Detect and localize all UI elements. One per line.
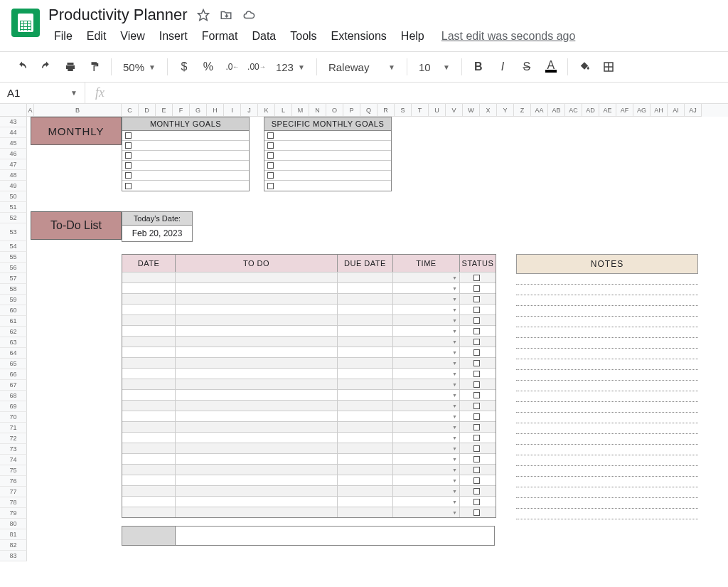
col-header-I[interactable]: I [224, 104, 241, 117]
col-header-AI[interactable]: AI [668, 104, 685, 117]
dropdown-icon[interactable]: ▼ [452, 467, 457, 472]
todo-cell[interactable] [176, 273, 338, 282]
todo-cell[interactable] [122, 507, 176, 517]
currency-button[interactable]: $ [173, 56, 195, 78]
notes-line[interactable] [516, 306, 698, 317]
col-header-X[interactable]: X [480, 104, 497, 117]
col-header-J[interactable]: J [241, 104, 258, 117]
spreadsheet[interactable]: ABCDEFGHIJKLMNOPQRSTUVWXYZAAABACADAEAFAG… [0, 104, 728, 566]
dropdown-icon[interactable]: ▼ [452, 425, 457, 430]
todo-cell[interactable] [176, 347, 338, 357]
col-header-M[interactable]: M [292, 104, 309, 117]
todo-cell[interactable] [176, 379, 338, 389]
todo-cell[interactable]: ▼ [393, 401, 460, 411]
todo-cell[interactable] [176, 465, 338, 475]
todo-cell[interactable] [122, 273, 176, 282]
todo-cell[interactable] [176, 475, 338, 485]
todo-cell[interactable] [338, 465, 393, 475]
todo-cell[interactable] [460, 507, 496, 517]
todo-cell[interactable] [460, 465, 496, 475]
todo-cell[interactable] [338, 326, 393, 336]
goal-row[interactable] [264, 171, 391, 181]
checkbox-icon[interactable] [473, 285, 480, 292]
row-header-81[interactable]: 81 [0, 529, 27, 540]
col-header-AA[interactable]: AA [531, 104, 548, 117]
dropdown-icon[interactable]: ▼ [452, 393, 457, 398]
dropdown-icon[interactable]: ▼ [452, 350, 457, 355]
todo-cell[interactable] [122, 294, 176, 304]
notes-line[interactable] [516, 487, 698, 498]
todo-cell[interactable] [338, 454, 393, 464]
todo-cell[interactable] [460, 283, 496, 293]
zoom-select[interactable]: 50%▼ [117, 61, 161, 73]
todo-cell[interactable]: ▼ [393, 379, 460, 389]
todo-cell[interactable] [176, 315, 338, 325]
todo-row[interactable]: ▼ [122, 304, 496, 314]
move-folder-icon[interactable] [219, 8, 233, 22]
fill-color-button[interactable] [574, 56, 595, 78]
row-header-59[interactable]: 59 [0, 295, 27, 305]
goal-row[interactable] [122, 181, 249, 191]
checkbox-icon[interactable] [473, 467, 480, 473]
paint-format-button[interactable] [84, 56, 105, 78]
dropdown-icon[interactable]: ▼ [452, 339, 457, 344]
todo-cell[interactable] [122, 283, 176, 293]
goal-row[interactable] [122, 161, 249, 171]
row-header-75[interactable]: 75 [0, 465, 27, 476]
todo-row[interactable]: ▼ [122, 443, 496, 453]
col-header-S[interactable]: S [395, 104, 412, 117]
todo-row[interactable]: ▼ [122, 496, 496, 507]
todo-cell[interactable]: ▼ [393, 326, 460, 336]
strikethrough-button[interactable]: S [516, 56, 537, 78]
todo-row[interactable]: ▼ [122, 464, 496, 475]
todo-cell[interactable] [460, 390, 496, 400]
notes-line[interactable] [516, 402, 698, 413]
todo-cell[interactable] [460, 422, 496, 432]
doc-title[interactable]: Productivity Planner [48, 6, 188, 24]
goal-row[interactable] [264, 141, 391, 151]
todo-cell[interactable] [176, 507, 338, 517]
row-header-60[interactable]: 60 [0, 305, 27, 316]
todo-cell[interactable] [460, 369, 496, 379]
goal-row[interactable] [264, 151, 391, 161]
notes-line[interactable] [516, 477, 698, 487]
todo-row[interactable]: ▼ [122, 293, 496, 304]
cloud-status-icon[interactable] [242, 8, 256, 22]
notes-line[interactable] [516, 295, 698, 306]
col-header-Y[interactable]: Y [497, 104, 514, 117]
notes-line[interactable] [516, 445, 698, 455]
dropdown-icon[interactable]: ▼ [452, 414, 457, 419]
percent-button[interactable]: % [198, 56, 219, 78]
goal-row[interactable] [264, 161, 391, 171]
todo-cell[interactable] [460, 379, 496, 389]
col-header-D[interactable]: D [139, 104, 156, 117]
todo-row[interactable]: ▼ [122, 400, 496, 411]
checkbox-icon[interactable] [473, 445, 480, 452]
notes-line[interactable] [516, 274, 698, 285]
checkbox-icon[interactable] [125, 132, 132, 139]
row-header-52[interactable]: 52 [0, 213, 27, 223]
notes-line[interactable] [516, 285, 698, 295]
menu-format[interactable]: Format [196, 27, 244, 46]
todo-cell[interactable]: ▼ [393, 465, 460, 475]
menu-file[interactable]: File [48, 27, 78, 46]
todo-cell[interactable]: ▼ [393, 497, 460, 507]
todo-cell[interactable] [122, 358, 176, 368]
todo-cell[interactable] [460, 315, 496, 325]
dropdown-icon[interactable]: ▼ [452, 457, 457, 462]
todo-cell[interactable] [122, 305, 176, 314]
row-header-69[interactable]: 69 [0, 401, 27, 412]
menu-insert[interactable]: Insert [154, 27, 193, 46]
bottom-input-box[interactable] [122, 526, 495, 546]
notes-line[interactable] [516, 455, 698, 466]
todo-cell[interactable] [338, 305, 393, 314]
goal-row[interactable] [122, 141, 249, 151]
todo-cell[interactable]: ▼ [393, 411, 460, 421]
todo-cell[interactable] [176, 454, 338, 464]
print-button[interactable] [60, 56, 81, 78]
todo-cell[interactable] [176, 305, 338, 314]
todo-row[interactable]: ▼ [122, 389, 496, 400]
col-header-AD[interactable]: AD [582, 104, 599, 117]
col-header-Q[interactable]: Q [360, 104, 378, 117]
dropdown-icon[interactable]: ▼ [452, 403, 457, 408]
